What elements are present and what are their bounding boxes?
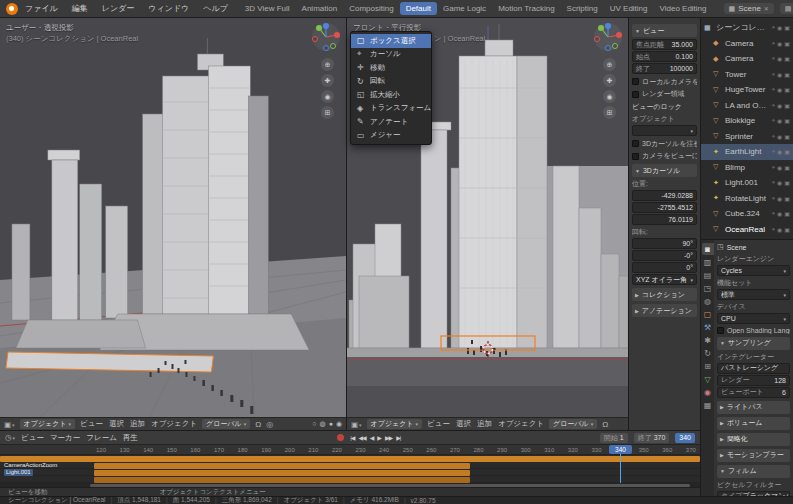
texture[interactable] bbox=[702, 399, 714, 411]
snap-magnet-icon[interactable] bbox=[602, 420, 608, 429]
tool-menu-item[interactable]: カーソル bbox=[351, 48, 431, 62]
selectable-toggle-icon[interactable] bbox=[772, 40, 775, 47]
frame-end-field[interactable]: 終了370 bbox=[634, 433, 670, 443]
render-toggle-icon[interactable] bbox=[784, 179, 790, 186]
viewport-front-ortho[interactable]: フロント・平行投影 (340) シーンコレクション | OceanReal ボッ… bbox=[347, 18, 628, 430]
outliner-item[interactable]: EarthLight bbox=[701, 144, 793, 160]
zoom-icon[interactable]: ⊕ bbox=[603, 58, 616, 71]
workspace-tab[interactable]: Compositing bbox=[343, 2, 399, 15]
cursor-z-field[interactable]: 76.0119 bbox=[632, 214, 697, 225]
camera-to-view-checkbox[interactable]: カメラをビューに固定 bbox=[632, 151, 697, 161]
cursor-y-field[interactable]: -2755.4512 bbox=[632, 202, 697, 213]
timeline-menu-item[interactable]: ビュー bbox=[21, 433, 44, 443]
app-menu-item[interactable]: ウィンドウ bbox=[144, 3, 193, 14]
viewport-menu-item[interactable]: オブジェクト bbox=[498, 419, 544, 429]
focal-length-field[interactable]: 焦点距離35.000 bbox=[632, 39, 697, 50]
selected-wall-object[interactable] bbox=[6, 352, 213, 372]
visibility-toggles[interactable] bbox=[772, 195, 790, 202]
world[interactable] bbox=[702, 295, 714, 307]
view-layer-selector[interactable]: RenderLayer bbox=[780, 3, 793, 14]
annotation-section-header[interactable]: アノテーション bbox=[632, 304, 697, 317]
app-menu-item[interactable]: ファイル bbox=[21, 3, 62, 14]
render[interactable] bbox=[702, 243, 714, 255]
current-frame-indicator[interactable]: 340 bbox=[609, 445, 632, 454]
hide-toggle-icon[interactable] bbox=[777, 71, 782, 78]
viewport-menu-item[interactable]: 追加 bbox=[477, 419, 492, 429]
visibility-toggles[interactable] bbox=[772, 148, 790, 155]
visibility-toggles[interactable] bbox=[772, 71, 790, 78]
collapsed-section-header[interactable]: 簡略化 bbox=[717, 433, 790, 446]
scene[interactable] bbox=[702, 282, 714, 294]
hide-toggle-icon[interactable] bbox=[777, 164, 782, 171]
hide-toggle-icon[interactable] bbox=[777, 226, 782, 233]
keyframe-range-bar[interactable] bbox=[0, 456, 700, 462]
selectable-toggle-icon[interactable] bbox=[772, 210, 775, 217]
workspace-tab[interactable]: UV Editing bbox=[604, 2, 654, 15]
visibility-toggles[interactable] bbox=[772, 210, 790, 217]
selectable-toggle-icon[interactable] bbox=[772, 24, 775, 31]
orientation-selector[interactable]: グローバル▾ bbox=[549, 419, 597, 429]
material-shading-icon[interactable]: ● bbox=[329, 420, 333, 428]
outliner-item[interactable]: Blokkige bbox=[701, 113, 793, 129]
visibility-toggles[interactable] bbox=[772, 226, 790, 233]
editor-type-icon[interactable] bbox=[351, 420, 362, 429]
hide-toggle-icon[interactable] bbox=[777, 117, 782, 124]
visibility-toggles[interactable] bbox=[772, 102, 790, 109]
hide-toggle-icon[interactable] bbox=[777, 24, 782, 31]
viewport-menu-item[interactable]: ビュー bbox=[427, 419, 450, 429]
outliner-item[interactable]: OceanReal bbox=[701, 222, 793, 238]
hide-toggle-icon[interactable] bbox=[777, 86, 782, 93]
timeline-menu-item[interactable]: マーカー bbox=[50, 433, 80, 443]
visibility-toggles[interactable] bbox=[772, 55, 790, 62]
visibility-toggles[interactable] bbox=[772, 164, 790, 171]
lock-object-field[interactable]: ▾ bbox=[632, 125, 697, 136]
jump-to-start-button[interactable]: |◀ bbox=[350, 434, 354, 441]
viewport-menu-item[interactable]: 選択 bbox=[456, 419, 471, 429]
current-frame-field[interactable]: 340 bbox=[675, 433, 695, 443]
solid-shading-icon[interactable]: ◍ bbox=[320, 420, 326, 428]
collapsed-section-header[interactable]: ボリューム bbox=[717, 417, 790, 430]
camera-view-icon[interactable]: ◉ bbox=[321, 90, 334, 103]
selectable-toggle-icon[interactable] bbox=[772, 71, 775, 78]
selectable-toggle-icon[interactable] bbox=[772, 86, 775, 93]
workspace-tab[interactable]: Video Editing bbox=[654, 2, 713, 15]
hide-toggle-icon[interactable] bbox=[777, 40, 782, 47]
perspective-toggle-icon[interactable]: ⊞ bbox=[321, 106, 334, 119]
tool-menu-item[interactable]: メジャー bbox=[351, 129, 431, 143]
outliner-item[interactable]: HugeTower bbox=[701, 82, 793, 98]
prev-keyframe-button[interactable]: ◀◀ bbox=[358, 434, 365, 441]
hide-toggle-icon[interactable] bbox=[777, 210, 782, 217]
render-toggle-icon[interactable] bbox=[784, 40, 790, 47]
cursor-rot-y-field[interactable]: -0° bbox=[632, 250, 697, 261]
render-region-checkbox[interactable]: レンダー領域 bbox=[632, 89, 697, 99]
app-menu-item[interactable]: 編集 bbox=[68, 3, 92, 14]
render-toggle-icon[interactable] bbox=[784, 148, 790, 155]
tool-menu-item[interactable]: アノテート bbox=[351, 115, 431, 129]
rotation-mode-dropdown[interactable]: XYZ オイラー角▾ bbox=[632, 274, 697, 285]
mode-selector[interactable]: オブジェクト▾ bbox=[367, 419, 423, 429]
constraints[interactable] bbox=[702, 360, 714, 372]
app-menu-item[interactable]: レンダー bbox=[98, 3, 139, 14]
outliner-item[interactable]: Sprinter bbox=[701, 129, 793, 145]
hide-toggle-icon[interactable] bbox=[777, 148, 782, 155]
timeline-ruler[interactable]: 1201301401501601701801902002102202302402… bbox=[0, 445, 700, 455]
camera-view-icon[interactable]: ◉ bbox=[603, 90, 616, 103]
outliner-item[interactable]: シーンコレクション bbox=[701, 20, 793, 36]
hide-toggle-icon[interactable] bbox=[777, 102, 782, 109]
play-button[interactable]: ▶ bbox=[377, 434, 381, 441]
selectable-toggle-icon[interactable] bbox=[772, 102, 775, 109]
orientation-selector[interactable]: グローバル▾ bbox=[202, 419, 250, 429]
visibility-toggles[interactable] bbox=[772, 117, 790, 124]
integrator-dropdown[interactable]: パストレーシング bbox=[717, 363, 790, 374]
lock-to-cursor-checkbox[interactable]: 3Dカーソルを注視 bbox=[632, 139, 697, 149]
output[interactable] bbox=[702, 256, 714, 268]
mode-selector[interactable]: オブジェクト▾ bbox=[20, 419, 76, 429]
hide-toggle-icon[interactable] bbox=[777, 133, 782, 140]
scene-selector[interactable]: Scene bbox=[724, 3, 774, 14]
navigation-gizmo[interactable] bbox=[593, 22, 623, 54]
pan-icon[interactable]: ✚ bbox=[603, 74, 616, 87]
collapsed-section-header[interactable]: ライトパス bbox=[717, 401, 790, 414]
object-data[interactable] bbox=[702, 373, 714, 385]
workspace-tab[interactable]: Game Logic bbox=[437, 2, 492, 15]
visibility-toggles[interactable] bbox=[772, 179, 790, 186]
